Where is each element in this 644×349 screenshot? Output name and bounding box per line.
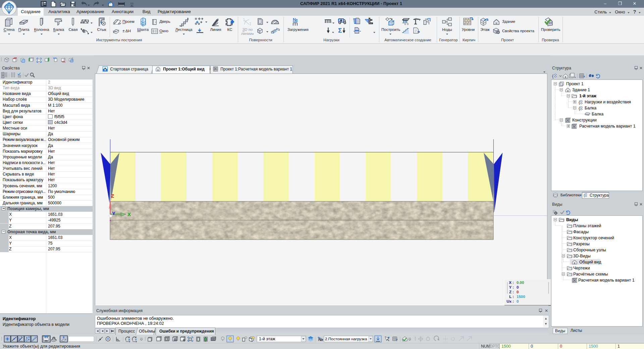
svg-text:Z: Z <box>111 193 114 199</box>
svg-text:{: { <box>579 106 580 111</box>
svg-text:{: { <box>579 100 580 105</box>
svg-text:Σ: Σ <box>338 27 342 34</box>
svg-text:Y: Y <box>135 338 137 341</box>
svg-text:1: 1 <box>249 21 252 26</box>
svg-text:Y: Y <box>112 210 115 216</box>
svg-text:2.Постоянная нагрузка: 2.Постоянная нагрузка <box>325 337 367 341</box>
svg-text:1-й этаж: 1-й этаж <box>259 337 275 341</box>
svg-text:{: { <box>552 73 554 79</box>
svg-text:№: № <box>293 17 298 22</box>
svg-text:1: 1 <box>243 17 245 22</box>
svg-text:X: X <box>127 211 131 217</box>
svg-text:X: X <box>128 338 130 341</box>
